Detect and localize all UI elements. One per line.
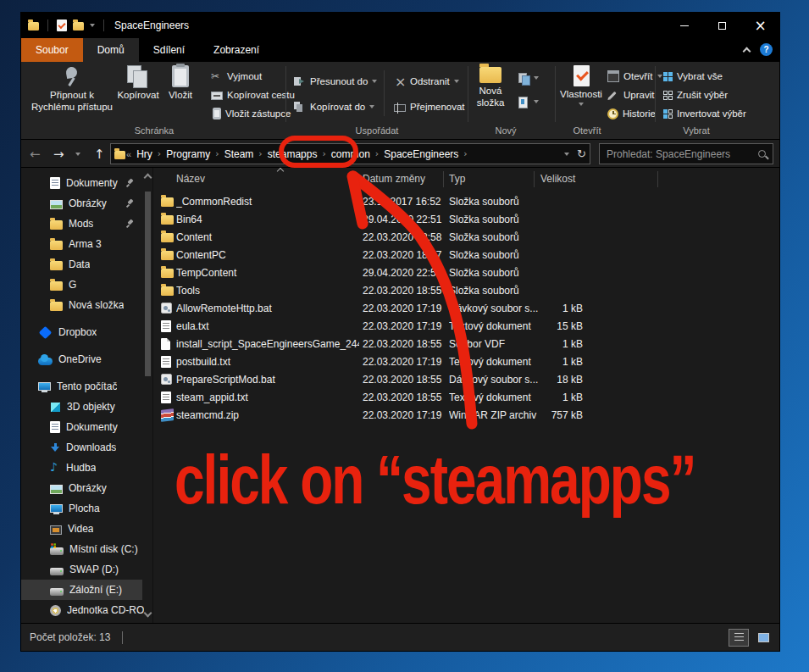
scroll-down-icon[interactable] — [144, 609, 152, 618]
copy-button[interactable]: Kopírovat — [116, 65, 160, 102]
music-icon — [50, 462, 60, 474]
sidebar-item-data[interactable]: Data — [21, 254, 152, 275]
copy-to-button[interactable]: Kopírovat do — [294, 99, 374, 114]
sidebar-item-nov-slo-ka[interactable]: Nová složka — [21, 295, 152, 315]
group-label-select: Vybrat — [683, 125, 709, 136]
film-icon — [50, 525, 62, 535]
open-icon — [607, 70, 619, 82]
file-name: steamcmd.zip — [176, 409, 359, 421]
maximize-button[interactable] — [703, 13, 741, 38]
recent-locations-icon[interactable] — [75, 140, 80, 168]
invert-selection-button[interactable]: Invertovat výběr — [663, 106, 746, 121]
paste-icon — [172, 65, 189, 87]
search-box[interactable]: Prohledat: SpaceEngineers — [599, 143, 773, 164]
pin-icon — [126, 179, 135, 187]
sidebar-item-dropbox[interactable]: Dropbox — [21, 322, 152, 342]
drive-icon — [50, 588, 64, 596]
sidebar-item-label: Jednotka CD-RO — [67, 604, 144, 616]
sidebar-item-videa[interactable]: Videa — [21, 519, 152, 539]
new-folder-icon[interactable] — [73, 22, 84, 31]
copy-path-button[interactable]: Kopírovat cestu — [211, 87, 295, 103]
address-dropdown-icon[interactable] — [564, 153, 569, 156]
zip-icon — [161, 408, 174, 422]
open-button[interactable]: Otevřít — [607, 69, 662, 84]
sidebar-item-g[interactable]: G — [21, 275, 152, 295]
folder-icon[interactable] — [28, 22, 39, 31]
tab-home[interactable]: Domů — [83, 38, 139, 62]
sidebar-item-plocha[interactable]: Plocha — [21, 498, 152, 519]
easy-access-button[interactable] — [518, 94, 539, 109]
sidebar-item-m-stn-disk-c[interactable]: Místní disk (C:) — [21, 539, 152, 559]
up-button[interactable]: ↑ — [94, 140, 105, 168]
maximize-icon — [718, 22, 726, 30]
divider — [555, 66, 556, 122]
window-controls: × — [665, 13, 779, 38]
sidebar-item-downloads[interactable]: Downloads — [21, 437, 152, 458]
copy-path-icon — [211, 92, 223, 100]
sidebar-item-onedrive[interactable]: OneDrive — [21, 349, 152, 369]
refresh-icon[interactable]: ↻ — [577, 147, 586, 160]
pin-to-quick-access-button[interactable]: Připnout k Rychlému přístupu — [30, 65, 114, 114]
delete-button[interactable]: Odstranit — [394, 74, 459, 89]
sidebar-item-obr-zky[interactable]: Obrázky — [21, 478, 152, 498]
tab-file[interactable]: Soubor — [21, 38, 83, 62]
thumbnail-view-button[interactable] — [754, 630, 773, 646]
sidebar-item-obr-zky[interactable]: Obrázky — [21, 193, 152, 214]
sidebar-item-jednotka-cd-ro[interactable]: Jednotka CD-RO — [21, 600, 152, 620]
tab-share[interactable]: Sdílení — [139, 38, 199, 62]
button-label: Vybrat vše — [677, 71, 723, 81]
button-label: Přejmenovat — [410, 102, 465, 112]
sidebar-item-dokumenty[interactable]: Dokumenty — [21, 173, 152, 193]
paste-shortcut-button[interactable]: Vložit zástupce — [211, 106, 291, 121]
file-name: install_script_SpaceEngineersGame_2448..… — [176, 338, 359, 350]
txt-icon — [161, 356, 171, 368]
breadcrumb-overflow-icon[interactable]: « — [125, 149, 132, 159]
file-size: 1 kB — [508, 392, 583, 403]
sidebar-item-hudba[interactable]: Hudba — [21, 458, 152, 478]
sidebar-item-tento-po-ta[interactable]: Tento počítač — [21, 376, 152, 397]
minimize-button[interactable] — [665, 13, 703, 38]
forward-button[interactable]: → — [53, 140, 64, 168]
sidebar-item-dokumenty[interactable]: Dokumenty — [21, 417, 152, 437]
navigation-pane: DokumentyObrázkyModsArma 3DataGNová slož… — [21, 168, 152, 623]
back-button[interactable]: ← — [30, 140, 41, 168]
close-button[interactable]: × — [741, 13, 779, 38]
group-label-open: Otevřít — [573, 125, 601, 136]
sidebar-item-label: Data — [69, 258, 90, 270]
select-none-button[interactable]: Zrušit výběr — [663, 87, 728, 103]
edit-button[interactable]: Upravit — [607, 87, 654, 103]
qat-dropdown-icon[interactable] — [90, 24, 95, 27]
breadcrumb-item-spaceengineers[interactable]: SpaceEngineers — [380, 148, 463, 160]
properties-check-icon[interactable] — [57, 19, 67, 31]
sidebar-item-label: Mods — [69, 218, 93, 230]
history-button[interactable]: Historie — [607, 106, 656, 121]
select-all-button[interactable]: Vybrat vše — [663, 69, 723, 84]
sidebar-item-mods[interactable]: Mods — [21, 214, 152, 234]
sidebar-item-swap-d[interactable]: SWAP (D:) — [21, 559, 152, 580]
paste-button[interactable]: Vložit — [163, 65, 197, 102]
dropbox-icon — [39, 325, 53, 339]
breadcrumb-item-hry[interactable]: Hry — [132, 148, 157, 160]
divider — [122, 631, 123, 644]
collapse-ribbon-icon[interactable] — [743, 47, 751, 55]
sidebar-scrollbar[interactable] — [144, 168, 152, 623]
txt-icon — [161, 320, 171, 332]
scrollbar-thumb[interactable] — [145, 192, 151, 376]
details-view-button[interactable] — [729, 630, 748, 646]
sidebar-item-arma-3[interactable]: Arma 3 — [21, 234, 152, 254]
new-folder-button[interactable]: Nová složka — [472, 65, 509, 109]
sidebar-item-z-lo-n-e[interactable]: Záložní (E:) — [21, 580, 152, 600]
properties-button[interactable]: Vlastnosti — [560, 65, 602, 106]
search-icon[interactable] — [758, 150, 766, 158]
new-item-button[interactable] — [518, 70, 539, 86]
cut-button[interactable]: Vyjmout — [211, 69, 262, 84]
rename-button[interactable]: Přejmenovat — [394, 99, 465, 114]
tab-view[interactable]: Zobrazení — [199, 38, 274, 62]
breadcrumb-item-programy[interactable]: Programy — [162, 148, 214, 160]
status-bar: Počet položek: 13 — [21, 623, 779, 651]
help-icon[interactable]: ? — [760, 43, 773, 56]
breadcrumb-item-steam[interactable]: Steam — [220, 148, 258, 160]
sidebar-item-3d-objekty[interactable]: 3D objekty — [21, 397, 152, 417]
scroll-up-icon[interactable] — [144, 174, 152, 182]
move-to-button[interactable]: Přesunout do — [294, 74, 377, 89]
